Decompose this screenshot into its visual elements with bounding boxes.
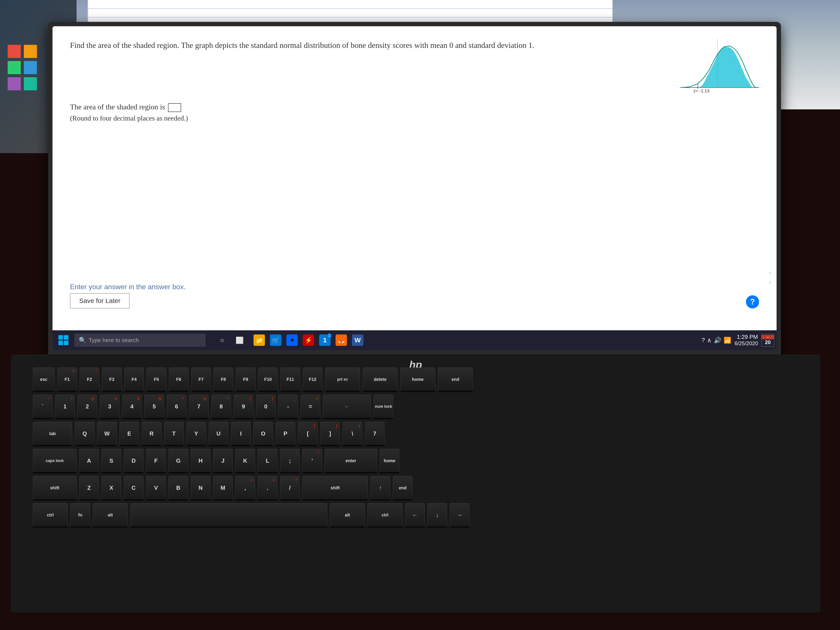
answer-input[interactable] <box>168 103 181 112</box>
key-a[interactable]: A <box>79 449 99 473</box>
key-home[interactable]: home <box>400 368 435 392</box>
key-bracket-l[interactable]: {[ <box>298 422 317 446</box>
key-ctrl-right[interactable]: ctrl <box>368 503 403 527</box>
key-f3[interactable]: F3 <box>102 368 122 392</box>
key-c[interactable]: C <box>124 476 144 500</box>
taskbar-search[interactable]: 🔍 Type here to search <box>74 333 205 347</box>
key-m[interactable]: M <box>213 476 233 500</box>
chevron-up-icon[interactable]: ∧ <box>707 337 712 344</box>
edge-app[interactable]: 1 1 <box>317 333 333 348</box>
key-slash[interactable]: ?/ <box>280 476 300 500</box>
dropbox-app[interactable]: ✦ <box>284 333 300 348</box>
key-backspace[interactable]: ← <box>323 395 371 419</box>
key-f2[interactable]: *F2 <box>80 368 99 392</box>
key-9[interactable]: (9 <box>234 395 253 419</box>
key-e[interactable]: E <box>120 422 139 446</box>
key-f4[interactable]: F4 <box>124 368 144 392</box>
help-system-icon[interactable]: ? <box>701 337 705 344</box>
key-num-end[interactable]: end <box>393 476 412 500</box>
cortana-button[interactable]: ○ <box>215 333 230 348</box>
key-6[interactable]: ^6 <box>167 395 186 419</box>
help-button[interactable]: ? <box>746 295 759 308</box>
key-f12[interactable]: F12 <box>303 368 322 392</box>
scroll-down-button[interactable]: › <box>766 278 774 287</box>
key-4[interactable]: $4 <box>122 395 142 419</box>
key-numlock[interactable]: num lock <box>374 395 393 419</box>
key-fn[interactable]: fn <box>70 503 90 527</box>
key-f[interactable]: F <box>146 449 166 473</box>
key-alt-left[interactable]: alt <box>93 503 128 527</box>
key-r[interactable]: R <box>142 422 161 446</box>
key-x[interactable]: X <box>101 476 121 500</box>
file-explorer-app[interactable]: 📁 <box>251 333 267 348</box>
key-quote[interactable]: "' <box>302 449 322 473</box>
key-caps-lock[interactable]: caps lock <box>33 449 77 473</box>
key-arrow-right[interactable]: → <box>450 503 469 527</box>
key-space[interactable] <box>130 503 327 527</box>
flash-app[interactable]: ⚡ <box>301 333 316 348</box>
key-tab[interactable]: tab <box>33 422 72 446</box>
key-0[interactable]: )0 <box>256 395 276 419</box>
key-f10[interactable]: F10 <box>258 368 278 392</box>
store-app[interactable]: 🛒 <box>268 333 283 348</box>
key-delete[interactable]: delete <box>363 368 398 392</box>
key-n[interactable]: N <box>191 476 210 500</box>
key-p[interactable]: P <box>276 422 295 446</box>
key-esc[interactable]: esc <box>33 368 55 392</box>
key-j[interactable]: J <box>213 449 233 473</box>
key-f11[interactable]: F11 <box>280 368 300 392</box>
key-o[interactable]: O <box>253 422 273 446</box>
key-prt-sc[interactable]: prt sc <box>325 368 360 392</box>
key-q[interactable]: Q <box>75 422 95 446</box>
key-y[interactable]: Y <box>186 422 206 446</box>
key-semicolon[interactable]: :; <box>280 449 300 473</box>
key-f6[interactable]: F6 <box>169 368 189 392</box>
key-period[interactable]: >. <box>258 476 277 500</box>
network-icon[interactable]: 📶 <box>724 337 731 344</box>
key-tilde[interactable]: ~` <box>33 395 52 419</box>
key-num-home[interactable]: home <box>380 449 399 473</box>
key-v[interactable]: V <box>146 476 166 500</box>
key-comma[interactable]: <, <box>235 476 255 500</box>
key-d[interactable]: D <box>124 449 144 473</box>
start-button[interactable] <box>55 332 72 349</box>
key-l[interactable]: L <box>258 449 277 473</box>
key-8[interactable]: *8 <box>211 395 231 419</box>
calendar-button[interactable]: ▪ 20 <box>761 333 774 347</box>
key-arrow-up[interactable]: ↑ <box>371 476 390 500</box>
key-arrow-left[interactable]: ← <box>405 503 425 527</box>
key-1[interactable]: !1 <box>55 395 75 419</box>
firefox-app[interactable]: 🦊 <box>333 333 349 348</box>
key-b[interactable]: B <box>169 476 188 500</box>
clock-area[interactable]: 1:29 PM 6/25/2020 <box>734 333 758 347</box>
volume-icon[interactable]: 🔊 <box>714 337 722 344</box>
key-shift-right[interactable]: shift <box>302 476 368 500</box>
key-z[interactable]: Z <box>79 476 99 500</box>
key-end[interactable]: end <box>438 368 473 392</box>
key-f1[interactable]: ?F1 <box>57 368 77 392</box>
scroll-up-button[interactable]: ‹ <box>766 268 774 277</box>
key-ctrl-left[interactable]: ctrl <box>33 503 68 527</box>
key-t[interactable]: T <box>164 422 184 446</box>
key-arrow-down[interactable]: ↓ <box>428 503 447 527</box>
key-equals[interactable]: += <box>300 395 320 419</box>
key-2[interactable]: @2 <box>77 395 97 419</box>
key-u[interactable]: U <box>209 422 228 446</box>
key-i[interactable]: I <box>231 422 251 446</box>
key-shift-left[interactable]: shift <box>33 476 77 500</box>
key-num7[interactable]: 7 <box>365 422 385 446</box>
key-enter[interactable]: enter <box>325 449 377 473</box>
key-backslash[interactable]: |\ <box>343 422 362 446</box>
save-later-button[interactable]: Save for Later <box>70 293 129 308</box>
key-k[interactable]: K <box>235 449 255 473</box>
key-bracket-r[interactable]: }] <box>320 422 340 446</box>
key-7[interactable]: &7 <box>189 395 209 419</box>
key-f5[interactable]: F5 <box>147 368 166 392</box>
key-f9[interactable]: F9 <box>236 368 256 392</box>
key-3[interactable]: #3 <box>100 395 120 419</box>
key-w[interactable]: W <box>97 422 117 446</box>
key-f7[interactable]: F7 <box>191 368 211 392</box>
word-app[interactable]: W <box>350 333 365 348</box>
key-g[interactable]: G <box>169 449 188 473</box>
key-s[interactable]: S <box>101 449 121 473</box>
